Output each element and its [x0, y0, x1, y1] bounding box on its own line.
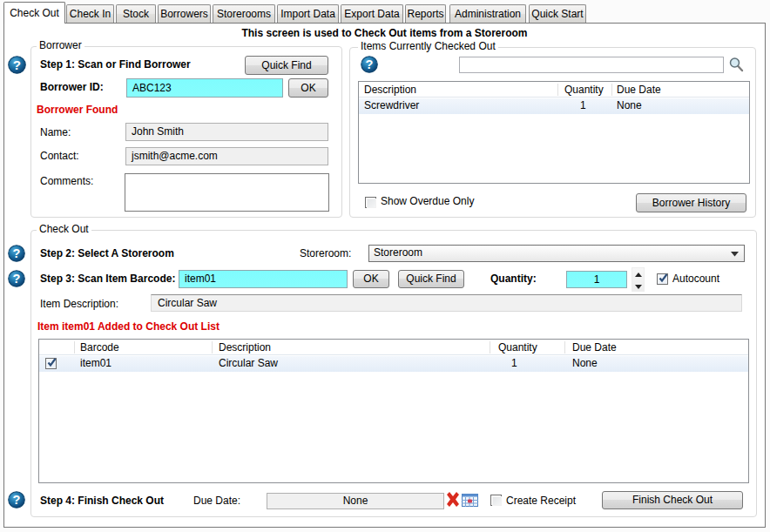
svg-text:?: ?	[13, 246, 21, 260]
svg-text:?: ?	[13, 272, 21, 286]
svg-text:?: ?	[13, 57, 21, 72]
svg-text:?: ?	[13, 493, 21, 507]
svg-text:?: ?	[366, 57, 374, 71]
